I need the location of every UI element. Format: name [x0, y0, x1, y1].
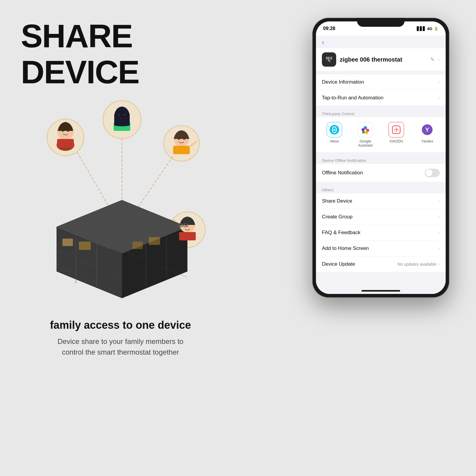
- device-info-label: Device Information: [322, 79, 438, 85]
- device-name: zigbee 006 thermostat: [340, 56, 427, 63]
- svg-point-37: [178, 138, 180, 140]
- subtitle-main: family access to one device: [21, 319, 220, 331]
- menu-item-device-update[interactable]: Device Update No updates available ›: [316, 256, 446, 272]
- device-icon: 20.5 ℃: [322, 52, 336, 67]
- phone-container: 09:28 ▋▋▋ 4G 🔋 ‹ 20.5 ℃: [312, 18, 461, 298]
- svg-point-46: [185, 225, 187, 226]
- network-type: 4G: [427, 26, 432, 31]
- google-assistant-label: GoogleAssistant: [358, 139, 373, 148]
- svg-rect-41: [179, 232, 196, 240]
- xiaodu-label: XIAODU: [389, 139, 403, 143]
- automation-label: Tap-to-Run and Automation: [322, 95, 438, 101]
- device-title-chevron: ›: [438, 57, 440, 62]
- alexa-item[interactable]: Alexa: [322, 122, 347, 148]
- create-group-label: Create Group: [322, 214, 438, 220]
- svg-line-7: [77, 152, 110, 209]
- battery-icon: 🔋: [434, 26, 439, 31]
- svg-point-34: [124, 114, 126, 116]
- device-title-row: 20.5 ℃ zigbee 006 thermostat ✎ ›: [316, 48, 446, 71]
- subtitle-desc: Device share to your family members toco…: [21, 336, 220, 358]
- phone-screen: 09:28 ▋▋▋ 4G 🔋 ‹ 20.5 ℃: [316, 21, 446, 294]
- yandex-icon: Y: [419, 122, 435, 137]
- illustration-svg: 👤: [21, 99, 223, 307]
- share-device-label: Share Device: [322, 198, 438, 204]
- device-info-chevron: ›: [438, 79, 440, 85]
- alexa-label: Alexa: [330, 139, 339, 143]
- phone-notch: [357, 18, 405, 27]
- svg-point-30: [67, 130, 69, 132]
- device-update-value: No updates available: [397, 262, 436, 267]
- automation-chevron: ›: [438, 95, 440, 101]
- offline-toggle[interactable]: [425, 169, 440, 177]
- yandex-label: Yandex: [421, 139, 433, 143]
- xiaodu-icon: 小: [389, 122, 404, 137]
- svg-text:Y: Y: [425, 126, 429, 133]
- subtitle-area: family access to one device Device share…: [21, 319, 220, 358]
- add-home-label: Add to Home Screen: [322, 245, 438, 251]
- offline-notification-item[interactable]: Offline Notification: [316, 164, 446, 182]
- svg-line-9: [137, 157, 173, 209]
- svg-point-33: [118, 114, 120, 116]
- faq-label: FAQ & Feedback: [322, 230, 438, 236]
- menu-item-add-home[interactable]: Add to Home Screen ›: [316, 241, 446, 256]
- signal-icon: ▋▋▋: [417, 26, 426, 31]
- alexa-icon: [327, 122, 342, 137]
- app-header: ‹: [316, 36, 446, 48]
- page-title: SHARE DEVICE: [21, 18, 220, 90]
- third-party-header: Third-party Control: [316, 109, 446, 117]
- google-assistant-icon: [358, 122, 373, 137]
- add-home-chevron: ›: [438, 246, 440, 251]
- edit-icon[interactable]: ✎: [430, 56, 435, 63]
- third-party-grid: Alexa GoogleAs: [316, 117, 446, 152]
- xiaodu-item[interactable]: 小 XIAODU: [384, 122, 409, 148]
- svg-point-29: [62, 130, 64, 132]
- svg-rect-22: [62, 239, 73, 246]
- illustration-area: 👤: [21, 99, 223, 307]
- menu-item-device-info[interactable]: Device Information ›: [316, 74, 446, 90]
- faq-chevron: ›: [438, 230, 440, 235]
- device-temp-unit: ℃: [328, 60, 331, 63]
- svg-rect-25: [149, 237, 160, 245]
- device-update-chevron: ›: [438, 262, 440, 267]
- offline-notification-label: Offline Notification: [322, 170, 425, 176]
- svg-point-49: [333, 129, 335, 131]
- svg-point-38: [183, 138, 185, 140]
- yandex-item[interactable]: Y Yandex: [415, 122, 440, 148]
- svg-rect-24: [132, 242, 143, 249]
- left-panel: SHARE DEVICE 👤: [0, 0, 238, 476]
- google-assistant-item[interactable]: GoogleAssistant: [353, 122, 378, 148]
- phone-outer: 09:28 ▋▋▋ 4G 🔋 ‹ 20.5 ℃: [312, 18, 449, 298]
- others-section: Share Device › Create Group › FAQ & Feed…: [316, 193, 446, 272]
- share-device-chevron: ›: [438, 198, 440, 204]
- status-icons: ▋▋▋ 4G 🔋: [417, 26, 439, 31]
- app-content: ‹ 20.5 ℃ zigbee 006 thermostat ✎ › Devic…: [316, 36, 446, 294]
- device-update-label: Device Update: [322, 261, 397, 267]
- svg-point-45: [180, 225, 181, 226]
- svg-text:小: 小: [394, 127, 399, 132]
- status-time: 09:28: [323, 26, 335, 31]
- toggle-thumb: [425, 169, 433, 176]
- offline-section: Offline Notification: [316, 164, 446, 182]
- svg-point-52: [365, 131, 368, 134]
- home-indicator: [361, 290, 400, 292]
- back-button[interactable]: ‹: [322, 39, 324, 46]
- menu-item-automation[interactable]: Tap-to-Run and Automation ›: [316, 90, 446, 106]
- create-group-chevron: ›: [438, 214, 440, 220]
- menu-item-share-device[interactable]: Share Device ›: [316, 193, 446, 209]
- offline-header: Device Offline Notification: [316, 156, 446, 164]
- menu-item-create-group[interactable]: Create Group ›: [316, 209, 446, 225]
- svg-point-54: [361, 128, 364, 131]
- svg-rect-36: [173, 146, 190, 154]
- svg-rect-23: [79, 242, 91, 250]
- main-menu-section: Device Information › Tap-to-Run and Auto…: [316, 74, 446, 106]
- menu-item-faq[interactable]: FAQ & Feedback ›: [316, 225, 446, 241]
- svg-rect-28: [57, 139, 74, 148]
- others-header: Others: [316, 185, 446, 193]
